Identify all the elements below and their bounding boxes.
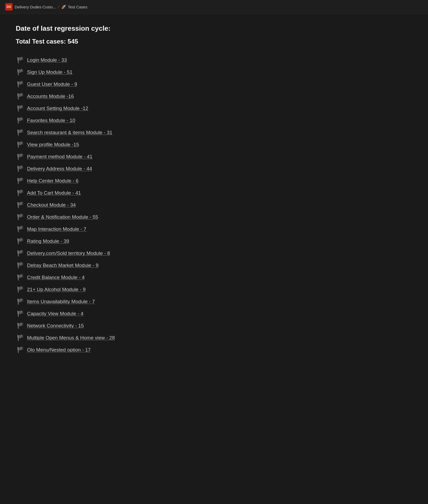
flag-icon: 🏴 [17, 346, 24, 353]
list-item[interactable]: 🏴Network Connectivity - 15 [16, 320, 412, 331]
breadcrumb-icon: 🚀 [61, 4, 66, 9]
list-item[interactable]: 🏴Credit Balance Module - 4 [16, 272, 412, 283]
flag-icon: 🏴 [17, 202, 24, 208]
flag-icon: 🏴 [17, 226, 24, 233]
list-item[interactable]: 🏴Payment method Module - 41 [16, 151, 412, 162]
module-name: Delray Beach Market Module - 9 [27, 262, 98, 268]
flag-icon: 🏴 [17, 298, 24, 305]
list-item[interactable]: 🏴Checkout Module - 34 [16, 200, 412, 211]
module-name: Items Unavailability Module - 7 [27, 299, 95, 304]
module-name: Sign Up Module - 51 [27, 69, 72, 75]
list-item[interactable]: 🏴Help Center Module - 6 [16, 175, 412, 186]
list-item[interactable]: 🏴Login Module - 33 [16, 55, 412, 66]
flag-icon: 🏴 [17, 190, 24, 196]
list-item[interactable]: 🏴Items Unavailability Module - 7 [16, 296, 412, 307]
flag-icon: 🏴 [17, 334, 24, 341]
flag-icon: 🏴 [17, 214, 24, 220]
module-name: Credit Balance Module - 4 [27, 275, 85, 280]
module-name: Guest User Module - 9 [27, 81, 77, 87]
list-item[interactable]: 🏴Delivery.com/Sold territory Module - 8 [16, 248, 412, 259]
list-item[interactable]: 🏴Map Interaction Module - 7 [16, 224, 412, 235]
list-item[interactable]: 🏴Search restaurant & items Module - 31 [16, 127, 412, 138]
flag-icon: 🏴 [17, 322, 24, 329]
module-name: Order & Notification Module - 55 [27, 214, 98, 220]
module-name: View profile Module -15 [27, 142, 79, 148]
list-item[interactable]: 🏴View profile Module -15 [16, 139, 412, 150]
module-name: Favorites Module - 10 [27, 118, 75, 123]
list-item[interactable]: 🏴Favorites Module - 10 [16, 115, 412, 126]
module-name: Add To Cart Module - 41 [27, 190, 81, 196]
list-item[interactable]: 🏴Order & Notification Module - 55 [16, 212, 412, 223]
module-name: Login Module - 33 [27, 57, 67, 63]
list-item[interactable]: 🏴Rating Module - 39 [16, 236, 412, 247]
flag-icon: 🏴 [17, 250, 24, 257]
module-name: Accounts Module -16 [27, 93, 74, 99]
module-name: Checkout Module - 34 [27, 202, 76, 208]
module-name: Network Connectivity - 15 [27, 323, 84, 329]
flag-icon: 🏴 [17, 165, 24, 172]
flag-icon: 🏴 [17, 105, 24, 112]
header-bar: DD Delivery Dudes Custo... / 🚀 Test Case… [0, 0, 428, 14]
flag-icon: 🏴 [17, 238, 24, 245]
flag-icon: 🏴 [17, 57, 24, 64]
list-item[interactable]: 🏴Delray Beach Market Module - 9 [16, 260, 412, 271]
list-item[interactable]: 🏴Account Setting Module -12 [16, 103, 412, 114]
breadcrumb-label: Test Cases [68, 5, 87, 9]
total-cases-label: Total Test cases: 545 [16, 38, 412, 45]
flag-icon: 🏴 [17, 93, 24, 100]
module-name: Map Interaction Module - 7 [27, 226, 86, 232]
flag-icon: 🏴 [17, 129, 24, 136]
module-name: Help Center Module - 6 [27, 178, 78, 184]
list-item[interactable]: 🏴Multiple Open Menus & Home view - 28 [16, 332, 412, 343]
flag-icon: 🏴 [17, 117, 24, 124]
module-name: Account Setting Module -12 [27, 106, 88, 111]
app-logo: DD [5, 3, 13, 10]
module-name: Multiple Open Menus & Home view - 28 [27, 335, 115, 341]
main-content: Date of last regression cycle: Total Tes… [0, 14, 428, 366]
breadcrumb: Delivery Dudes Custo... / 🚀 Test Cases [15, 4, 87, 9]
list-item[interactable]: 🏴Capacity View Module - 4 [16, 308, 412, 319]
list-item[interactable]: 🏴Add To Cart Module - 41 [16, 187, 412, 198]
module-name: Olo Menu/Nested option - 17 [27, 347, 91, 353]
list-item[interactable]: 🏴Accounts Module -16 [16, 91, 412, 102]
flag-icon: 🏴 [17, 81, 24, 88]
flag-icon: 🏴 [17, 286, 24, 293]
breadcrumb-separator: / [58, 5, 59, 9]
module-name: Rating Module - 39 [27, 238, 69, 244]
module-list: 🏴Login Module - 33🏴Sign Up Module - 51🏴G… [16, 55, 412, 355]
list-item[interactable]: 🏴Sign Up Module - 51 [16, 67, 412, 78]
breadcrumb-parent[interactable]: Delivery Dudes Custo... [15, 5, 56, 9]
module-name: 21+ Up Alcohol Module - 9 [27, 287, 85, 292]
module-name: Capacity View Module - 4 [27, 311, 83, 317]
flag-icon: 🏴 [17, 274, 24, 281]
breadcrumb-current[interactable]: 🚀 Test Cases [61, 4, 87, 9]
flag-icon: 🏴 [17, 69, 24, 76]
flag-icon: 🏴 [17, 177, 24, 184]
flag-icon: 🏴 [17, 153, 24, 160]
list-item[interactable]: 🏴Guest User Module - 9 [16, 79, 412, 90]
flag-icon: 🏴 [17, 262, 24, 269]
list-item[interactable]: 🏴Olo Menu/Nested option - 17 [16, 344, 412, 355]
module-name: Delivery Address Module - 44 [27, 166, 92, 172]
flag-icon: 🏴 [17, 310, 24, 317]
list-item[interactable]: 🏴Delivery Address Module - 44 [16, 163, 412, 174]
module-name: Search restaurant & items Module - 31 [27, 130, 112, 135]
page-title: Date of last regression cycle: [16, 24, 412, 33]
module-name: Delivery.com/Sold territory Module - 8 [27, 250, 110, 256]
module-name: Payment method Module - 41 [27, 154, 92, 160]
flag-icon: 🏴 [17, 141, 24, 148]
list-item[interactable]: 🏴21+ Up Alcohol Module - 9 [16, 284, 412, 295]
